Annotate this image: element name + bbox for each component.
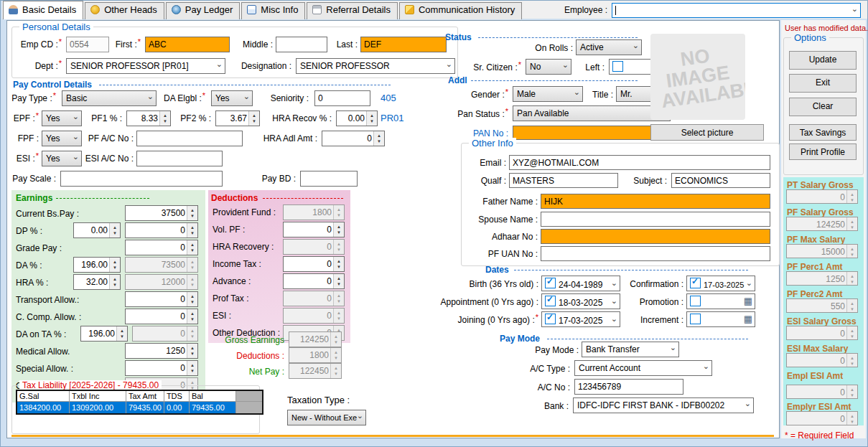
- fpf-dropdown[interactable]: Yes: [42, 131, 82, 146]
- joining-date-picker[interactable]: 17-03-2025: [541, 311, 620, 327]
- spinner-buttons[interactable]: [187, 206, 197, 220]
- checkbox-checked[interactable]: [545, 314, 556, 324]
- designation-dropdown[interactable]: SENIOR PROFESSOR: [296, 58, 455, 74]
- spinner-buttons[interactable]: [159, 111, 170, 126]
- transport-allow-spinner[interactable]: 0: [125, 291, 198, 307]
- last-name-field[interactable]: DEF: [360, 37, 447, 52]
- appointment-date-picker[interactable]: 18-03-2025: [541, 293, 620, 309]
- first-name-field[interactable]: ABC: [145, 37, 230, 52]
- subject-field[interactable]: ECONOMICS: [671, 173, 770, 188]
- pay-type-dropdown[interactable]: Basic: [62, 90, 157, 106]
- gender-dropdown[interactable]: Male: [513, 86, 583, 102]
- select-picture-button[interactable]: Select picture: [650, 124, 764, 141]
- spinner-buttons[interactable]: [109, 258, 120, 272]
- ac-no-field[interactable]: 123456789: [574, 379, 683, 395]
- hra-adl-amt-spinner[interactable]: 0: [322, 131, 385, 146]
- spinner-buttons[interactable]: [187, 361, 197, 375]
- pf2-spinner[interactable]: 3.67: [215, 110, 260, 126]
- hra-pct-spinner[interactable]: 32.00: [73, 274, 121, 290]
- income-tax-spinner[interactable]: 0: [283, 256, 345, 272]
- da-pct-spinner[interactable]: 196.00: [73, 257, 121, 273]
- middle-name-field[interactable]: [276, 37, 327, 52]
- epf-dropdown[interactable]: Yes: [42, 110, 82, 126]
- da-on-ta-spinner[interactable]: 196.00: [80, 326, 128, 342]
- checkbox-unchecked[interactable]: [612, 61, 623, 72]
- vol-pf-spinner[interactable]: 0: [283, 222, 345, 237]
- dp-amt-spinner[interactable]: 0: [125, 222, 198, 238]
- ac-type-dropdown[interactable]: Current Account: [574, 360, 712, 376]
- father-name-field[interactable]: HIJK: [541, 194, 770, 209]
- spinner-buttons[interactable]: [187, 223, 197, 237]
- spinner-buttons[interactable]: [187, 309, 197, 324]
- print-profile-button[interactable]: Print Profile: [789, 143, 857, 160]
- spinner-buttons[interactable]: [187, 292, 197, 306]
- c-comp-allow-spinner[interactable]: 0: [125, 309, 198, 324]
- tax-liability-table[interactable]: G.Sal Txbl Inc Tax Amt TDS Bal 1384200.0…: [16, 390, 263, 415]
- pay-bd-field[interactable]: [300, 171, 358, 187]
- value: 0: [788, 414, 845, 424]
- email-field[interactable]: XYZ@HOTMAIL.COM: [509, 155, 770, 170]
- tab-pay-ledger[interactable]: Pay Ledger: [166, 2, 241, 19]
- checkbox-checked[interactable]: [545, 278, 556, 288]
- spinner-buttons[interactable]: [109, 275, 120, 289]
- spinner-buttons[interactable]: [333, 274, 344, 288]
- sr-citizen-dropdown[interactable]: No: [526, 59, 571, 75]
- spinner-buttons[interactable]: [333, 222, 344, 237]
- confirmation-date-picker[interactable]: 17-03-2025: [686, 276, 755, 291]
- advance-spinner[interactable]: 0: [283, 273, 345, 289]
- special-allow-spinner[interactable]: 0: [125, 360, 198, 376]
- tab-basic-details[interactable]: Basic Details: [3, 1, 83, 19]
- tab-referral-details[interactable]: Referral Details: [307, 2, 398, 19]
- esi-ac-no-field[interactable]: [136, 151, 223, 166]
- pf-uan-no-field[interactable]: [541, 246, 770, 261]
- dept-dropdown[interactable]: SENIOR PROFESSOR [PR01]: [66, 58, 225, 74]
- spinner-buttons[interactable]: [187, 240, 197, 255]
- checkbox-unchecked[interactable]: [690, 296, 701, 306]
- bank-dropdown[interactable]: IDFC-IDFC FIRST BANK - IDFB00202: [573, 397, 754, 413]
- spinner-buttons[interactable]: [109, 223, 120, 237]
- clear-button[interactable]: Clear: [789, 98, 857, 116]
- pay-mode-dropdown[interactable]: Bank Transfer: [582, 342, 679, 357]
- checkbox-checked[interactable]: [545, 296, 556, 306]
- da-elgbl-dropdown[interactable]: Yes: [211, 90, 253, 106]
- deductions-total-spinner: 1800: [289, 347, 342, 363]
- checkbox-unchecked[interactable]: [690, 314, 701, 324]
- pan-no-field[interactable]: [513, 126, 671, 140]
- seniority-field[interactable]: 0: [314, 90, 370, 106]
- calendar-icon[interactable]: [744, 314, 752, 324]
- spinner-buttons[interactable]: [116, 326, 127, 341]
- pan-status-dropdown[interactable]: Pan Available: [513, 105, 671, 121]
- checkbox-checked[interactable]: [690, 278, 701, 288]
- spinner-buttons[interactable]: [187, 344, 197, 358]
- increment-date-picker[interactable]: [686, 311, 755, 327]
- pf-ac-no-field[interactable]: [136, 131, 243, 146]
- qualf-field[interactable]: MASTERS: [509, 173, 618, 188]
- exit-button[interactable]: Exit: [789, 74, 857, 93]
- update-button[interactable]: Update: [789, 51, 857, 70]
- spinner-buttons[interactable]: [366, 111, 377, 126]
- promotion-date-picker[interactable]: [686, 293, 755, 309]
- esi-dropdown[interactable]: Yes: [42, 151, 82, 166]
- tab-communication-history[interactable]: Communication History: [399, 2, 522, 19]
- employee-combobox[interactable]: [612, 3, 861, 18]
- spinner-buttons[interactable]: [373, 131, 384, 146]
- grade-pay-spinner[interactable]: 0: [125, 240, 198, 255]
- spinner-buttons[interactable]: [333, 257, 344, 271]
- table-row[interactable]: 1384200.00 1309200.00 79435.00 0.00 7943…: [17, 402, 263, 415]
- spouse-name-field[interactable]: [541, 212, 770, 227]
- spinner-buttons[interactable]: [248, 111, 259, 126]
- current-bs-pay-spinner[interactable]: 37500: [125, 205, 198, 221]
- on-rolls-dropdown[interactable]: Active: [576, 39, 642, 55]
- calendar-icon[interactable]: [744, 296, 752, 306]
- tab-other-heads[interactable]: Other Heads: [85, 2, 164, 19]
- pf1-spinner[interactable]: 8.33: [126, 110, 171, 126]
- medical-allow-spinner[interactable]: 1250: [125, 343, 198, 359]
- tax-savings-button[interactable]: Tax Savings: [789, 124, 857, 141]
- taxation-type-dropdown[interactable]: New - Without Exe: [287, 410, 366, 425]
- tab-misc-info[interactable]: Misc Info: [241, 2, 305, 19]
- dp-pct-spinner[interactable]: 0.00: [73, 222, 121, 238]
- adhaar-no-field[interactable]: [541, 229, 770, 244]
- hra-recov-spinner[interactable]: 0.00: [336, 110, 378, 126]
- pay-scale-field[interactable]: [60, 171, 223, 187]
- birth-date-picker[interactable]: 24-04-1989: [541, 276, 620, 291]
